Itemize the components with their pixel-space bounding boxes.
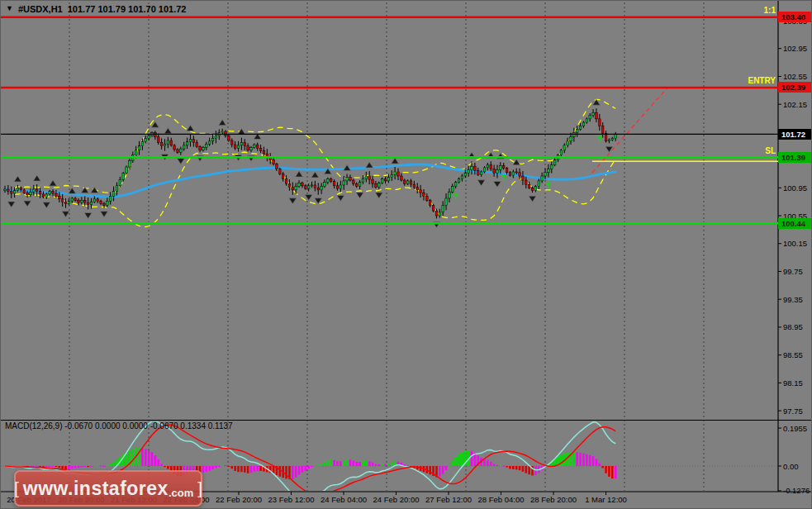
price-level-box: 101.72 <box>778 129 812 140</box>
symbol-timeframe-label: #USDX,H1 <box>18 4 63 14</box>
logo-bracket-right: ] <box>193 478 207 498</box>
macd-indicator-label: MACD(12,26,9) -0.0670 0.0000 0.0000 -0.0… <box>5 421 233 431</box>
macd-tick-label: -0.1276 <box>783 486 812 495</box>
logo-suffix: .com <box>169 487 193 505</box>
entry-label: ENTRY <box>711 76 776 85</box>
macd-tick-label: 0.00 <box>783 462 812 471</box>
price-tick-label: 99.75 <box>783 267 811 276</box>
chevron-down-icon[interactable]: ▼ <box>6 4 13 12</box>
ohlc-quotes-label: 101.77 101.79 101.70 101.72 <box>68 4 187 14</box>
stop-loss-label: SL <box>711 146 776 155</box>
price-tick-label: 102.55 <box>783 72 811 81</box>
logo-text: www.instaforex <box>23 478 169 500</box>
instaforex-logo[interactable]: [ www.instaforex .com ] <box>14 470 202 507</box>
price-tick-label: 98.55 <box>783 350 811 359</box>
price-tick-label: 100.15 <box>783 239 811 248</box>
price-tick-label: 98.15 <box>783 378 811 388</box>
chart-canvas[interactable] <box>1 1 812 509</box>
price-level-box: 101.39 <box>778 152 812 163</box>
price-level-box: 103.40 <box>778 12 812 22</box>
price-tick-label: 100.95 <box>783 183 811 193</box>
price-tick-label: 99.35 <box>783 295 811 304</box>
chart-title: ▼ #USDX,H1 101.77 101.79 101.70 101.72 <box>6 3 186 14</box>
macd-tick-label: 0.1955 <box>783 424 812 433</box>
price-level-box: 100.44 <box>778 218 812 229</box>
price-tick-label: 102.15 <box>783 100 811 109</box>
time-tick-label: 1 Mar 12:00 <box>574 495 639 505</box>
logo-bracket-left: [ <box>10 478 23 498</box>
price-tick-label: 102.95 <box>783 44 811 53</box>
price-tick-label: 98.95 <box>783 322 811 331</box>
price-level-box: 102.39 <box>778 82 812 93</box>
price-tick-label: 97.75 <box>783 407 811 416</box>
gridlines <box>69 2 704 491</box>
ratio-1-1-label: 1:1 <box>711 6 776 15</box>
mt4-chart-window: ▼ #USDX,H1 101.77 101.79 101.70 101.72 1… <box>0 0 812 509</box>
